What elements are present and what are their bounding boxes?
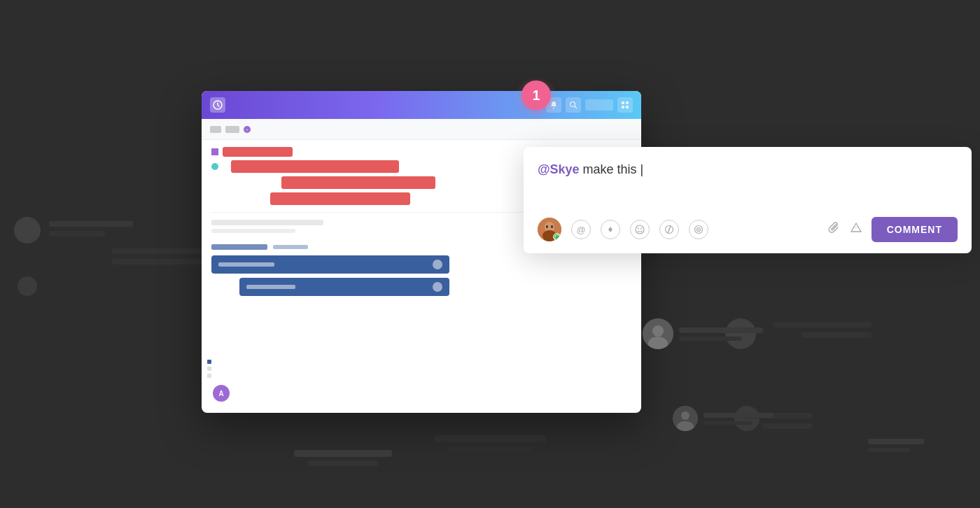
svg-point-2: [570, 102, 575, 107]
svg-rect-7: [626, 106, 629, 108]
emoji-icon[interactable]: [630, 220, 650, 239]
blue-bar-medium: [239, 278, 449, 296]
target-icon[interactable]: [689, 220, 708, 239]
comment-toolbar: @: [538, 217, 958, 242]
svg-point-22: [652, 325, 664, 337]
blue-bar-circle2: [433, 282, 442, 292]
blue-bar-text2: [246, 285, 295, 289]
search-icon[interactable]: [566, 97, 581, 113]
svg-point-11: [546, 225, 548, 228]
comment-button[interactable]: COMMENT: [872, 217, 958, 242]
bg-right-content2: [673, 406, 774, 431]
svg-point-1: [553, 108, 554, 109]
grid-icon[interactable]: [617, 97, 633, 113]
sort-icon[interactable]: [601, 220, 620, 239]
red-bar-long: [231, 160, 399, 173]
comment-toolbar-right: COMMENT: [827, 217, 958, 242]
app-logo: [210, 97, 225, 113]
drive-icon[interactable]: [849, 221, 863, 238]
card-toolbar: +: [202, 119, 641, 140]
left-markers: [207, 360, 211, 378]
comment-text-area[interactable]: @Skye make this |: [538, 161, 958, 203]
purple-dot: [211, 148, 218, 155]
svg-point-15: [640, 228, 642, 230]
toolbar-user-icon: [225, 126, 239, 133]
comment-text: make this |: [580, 162, 644, 176]
format-icon[interactable]: [659, 220, 679, 239]
red-bar-medium: [281, 176, 435, 189]
user-avatar: [538, 218, 561, 241]
svg-line-3: [575, 106, 577, 108]
svg-rect-4: [622, 101, 624, 104]
svg-point-25: [681, 411, 690, 420]
svg-line-16: [668, 226, 671, 233]
comment-toolbar-left: @: [538, 218, 708, 241]
mention-name: @Skye: [538, 162, 580, 176]
svg-point-12: [551, 225, 553, 228]
svg-rect-5: [626, 101, 629, 104]
notification-badge: 1: [522, 80, 551, 110]
blue-section: [211, 255, 631, 296]
card-bottom-avatar: A: [213, 385, 230, 402]
svg-point-14: [638, 228, 639, 230]
red-bar-wide: [270, 192, 410, 205]
svg-rect-6: [622, 106, 624, 108]
red-bar-short: [223, 147, 293, 157]
svg-point-13: [636, 225, 644, 234]
bg-right-content: [643, 318, 763, 349]
blue-bar-long: [211, 255, 449, 274]
online-indicator: [554, 234, 561, 241]
attachment-icon[interactable]: [827, 221, 841, 239]
bottom-center-text: [294, 450, 392, 466]
blue-bar-circle: [433, 260, 442, 269]
bottom-right-text: [868, 439, 924, 452]
header-text-field: [585, 99, 613, 111]
blue-bar-text: [218, 262, 274, 267]
mention-icon[interactable]: @: [571, 220, 591, 239]
comment-popup: @Skye make this |: [524, 147, 972, 253]
teal-dot: [211, 163, 218, 170]
toolbar-add-icon[interactable]: +: [244, 126, 251, 133]
toolbar-grid-icon: [210, 126, 221, 133]
svg-point-20: [698, 229, 699, 230]
card-header: [202, 91, 641, 119]
